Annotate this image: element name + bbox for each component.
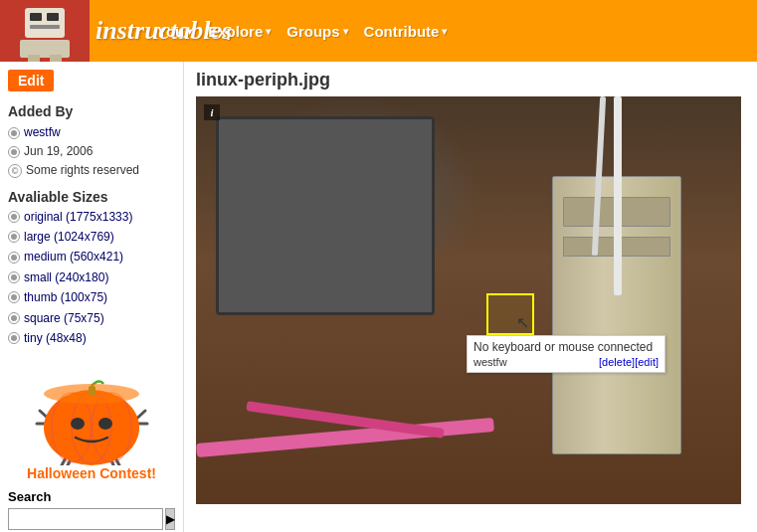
tooltip-delete[interactable]: [delete] — [599, 356, 635, 368]
you-arrow: ▾ — [187, 26, 192, 37]
nav-groups[interactable]: Groups ▾ — [279, 0, 355, 62]
added-by-heading: Added By — [8, 103, 175, 119]
svg-rect-2 — [30, 13, 42, 21]
svg-rect-4 — [30, 25, 60, 29]
tooltip-meta: westfw [delete][edit] — [473, 356, 659, 368]
white-cable-1 — [614, 96, 622, 295]
nav-contribute[interactable]: Contribute ▾ — [356, 0, 456, 62]
main-layout: Edit Added By westfw Jun 19, 2006 © Some… — [0, 62, 757, 532]
copyright-icon: © — [8, 164, 22, 178]
image-title: linux-periph.jpg — [196, 70, 745, 90]
groups-arrow: ▾ — [343, 26, 348, 37]
author-row: westfw — [8, 123, 175, 142]
content-area: linux-periph.jpg i — [184, 62, 757, 532]
logo-image — [0, 0, 90, 62]
size-small[interactable]: small (240x180) — [8, 267, 175, 287]
size-original[interactable]: original (1775x1333) — [8, 207, 175, 227]
author-name[interactable]: westfw — [24, 123, 61, 142]
tooltip-author[interactable]: westfw — [473, 356, 507, 368]
pumpkin-image — [32, 356, 151, 465]
edit-button[interactable]: Edit — [8, 70, 54, 91]
sizes-section: Avaliable Sizes original (1775x1333) lar… — [0, 185, 183, 353]
main-nav: You ▾ Explore ▾ Groups ▾ Contribute ▾ — [139, 0, 455, 62]
search-section: Search ▶ Instructables Comments — [0, 485, 183, 532]
upload-date: Jun 19, 2006 — [24, 142, 93, 161]
image-wrapper: i ↖ No keyboard or mouse connected westf… — [196, 96, 741, 504]
robot-icon — [0, 0, 90, 62]
main-image: i ↖ No keyboard or mouse connected westf… — [196, 96, 741, 504]
logo-area: instructables — [0, 0, 139, 62]
sizes-heading: Avaliable Sizes — [8, 189, 175, 205]
size-thumb[interactable]: thumb (100x75) — [8, 287, 175, 307]
svg-rect-6 — [28, 55, 40, 62]
explore-arrow: ▾ — [266, 26, 271, 37]
size-icon-original — [8, 211, 20, 223]
sidebar: Edit Added By westfw Jun 19, 2006 © Some… — [0, 62, 184, 532]
monitor — [216, 116, 435, 315]
size-square[interactable]: square (75x75) — [8, 308, 175, 328]
size-icon-large — [8, 231, 20, 243]
info-icon[interactable]: i — [204, 104, 220, 120]
svg-rect-3 — [47, 13, 59, 21]
svg-point-20 — [71, 418, 85, 430]
tooltip-actions: [delete][edit] — [599, 356, 659, 368]
nav-you[interactable]: You ▾ — [149, 0, 200, 62]
search-row: ▶ — [8, 508, 175, 530]
date-row: Jun 19, 2006 — [8, 142, 175, 161]
tooltip-edit[interactable]: [edit] — [635, 356, 659, 368]
size-medium[interactable]: medium (560x421) — [8, 247, 175, 266]
nav-explore[interactable]: Explore ▾ — [200, 0, 279, 62]
svg-rect-5 — [20, 40, 70, 58]
svg-point-21 — [98, 418, 112, 430]
contribute-arrow: ▾ — [442, 26, 447, 37]
svg-rect-7 — [50, 55, 62, 62]
svg-rect-1 — [25, 8, 65, 38]
header: instructables You ▾ Explore ▾ Groups ▾ C… — [0, 0, 757, 62]
search-button[interactable]: ▶ — [165, 508, 175, 530]
tooltip-title: No keyboard or mouse connected — [473, 340, 659, 354]
svg-point-23 — [44, 384, 139, 404]
sidebar-meta: westfw Jun 19, 2006 © Some rights reserv… — [8, 123, 175, 181]
size-icon-small — [8, 271, 20, 283]
size-icon-thumb — [8, 291, 20, 303]
user-icon — [8, 127, 20, 139]
rights-text: Some rights reserved — [26, 161, 139, 180]
annotation-tooltip: No keyboard or mouse connected westfw [d… — [467, 335, 665, 373]
size-icon-square — [8, 312, 20, 324]
search-heading: Search — [8, 489, 175, 504]
size-tiny[interactable]: tiny (48x48) — [8, 328, 175, 348]
highlight-box — [486, 293, 534, 335]
added-by-section: Added By westfw Jun 19, 2006 © Some righ… — [0, 99, 183, 185]
date-icon — [8, 146, 20, 158]
halloween-contest-link[interactable]: Halloween Contest! — [27, 465, 156, 481]
halloween-section: Halloween Contest! — [0, 352, 183, 485]
search-input[interactable] — [8, 508, 163, 530]
size-icon-medium — [8, 252, 20, 264]
size-icon-tiny — [8, 332, 20, 344]
rights-row: © Some rights reserved — [8, 161, 175, 180]
size-large[interactable]: large (1024x769) — [8, 227, 175, 247]
